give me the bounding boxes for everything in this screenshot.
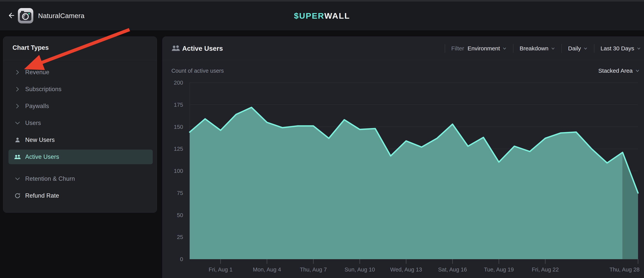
logo-suffix: WALL	[324, 11, 350, 20]
window-top-strip	[0, 0, 644, 1]
chevron-right-icon	[14, 103, 21, 110]
chart-subheader: Count of active users Stacked Area	[162, 60, 644, 81]
filter-dropdown-label: Daily	[568, 45, 581, 52]
filter-dropdown-label: Environment	[468, 45, 500, 52]
chevron-down-icon	[583, 46, 588, 51]
refresh-icon	[14, 192, 21, 199]
filter-bar: FilterEnvironmentBreakdownDailyLast 30 D…	[438, 37, 641, 60]
sidebar-item-retention-churn[interactable]: Retention & Churn	[8, 172, 153, 186]
superwall-logo: $UPERWALL	[294, 11, 350, 20]
sidebar-item-label: Users	[25, 120, 41, 126]
chevron-down-icon	[14, 120, 21, 126]
chart-type-selector[interactable]: Stacked Area	[597, 67, 641, 74]
chevron-down-icon	[502, 46, 507, 51]
people-icon	[172, 44, 180, 53]
arrow-left-icon	[7, 11, 16, 20]
filter-separator	[513, 44, 514, 53]
filter-prefix-label: Filter	[451, 45, 464, 52]
sidebar-item-label: Refund Rate	[25, 192, 59, 199]
back-button[interactable]	[6, 10, 16, 21]
chart-types-panel: Chart Types RevenueSubscriptionsPaywalls…	[3, 36, 157, 213]
sidebar-item-label: Retention & Churn	[25, 175, 75, 182]
filter-dropdown-label: Last 30 Days	[600, 45, 634, 52]
sidebar-divider	[3, 60, 157, 60]
sidebar-title: Chart Types	[12, 44, 49, 51]
app-name: NaturalCamera	[38, 12, 84, 20]
filter-separator	[445, 44, 445, 53]
sidebar-item-subscriptions[interactable]: Subscriptions	[8, 82, 153, 96]
filter-dropdown-breakdown[interactable]: Breakdown	[520, 45, 555, 52]
chart-title: Active Users	[182, 45, 223, 52]
filter-dropdown-last-30-days[interactable]: Last 30 Days	[600, 45, 641, 52]
sidebar-item-refund-rate[interactable]: Refund Rate	[8, 188, 153, 203]
chevron-down-icon	[635, 68, 640, 73]
chevron-down-icon	[551, 46, 555, 51]
chevron-right-icon	[14, 69, 21, 76]
chart-type-label: Stacked Area	[598, 67, 633, 74]
sidebar-item-active-users[interactable]: Active Users	[8, 150, 153, 164]
sidebar-item-label: Paywalls	[25, 103, 49, 110]
filter-dropdown-environment[interactable]: Environment	[468, 45, 507, 52]
person-icon	[14, 136, 21, 143]
sidebar-item-revenue[interactable]: Revenue	[8, 65, 153, 80]
chevron-down-icon	[636, 46, 641, 51]
sidebar-item-label: New Users	[25, 136, 55, 143]
sidebar-item-new-users[interactable]: New Users	[8, 133, 153, 147]
filter-separator	[562, 44, 562, 53]
chevron-right-icon	[14, 86, 21, 93]
chart-panel-header: Active Users FilterEnvironmentBreakdownD…	[162, 37, 644, 60]
filter-dropdown-daily[interactable]: Daily	[568, 45, 588, 52]
top-bar: NaturalCamera $UPERWALL	[0, 1, 644, 30]
sidebar-item-label: Subscriptions	[25, 86, 62, 93]
filter-separator	[594, 44, 594, 53]
chevron-down-icon	[14, 175, 21, 182]
logo-prefix: $UPER	[294, 11, 324, 20]
sidebar-item-paywalls[interactable]: Paywalls	[8, 99, 153, 113]
chart-subtitle: Count of active users	[172, 68, 224, 74]
sidebar-item-label: Revenue	[25, 69, 50, 76]
camera-app-icon	[18, 8, 34, 24]
app-icon	[18, 8, 34, 24]
chart-panel: Active Users FilterEnvironmentBreakdownD…	[162, 36, 644, 278]
sidebar-item-label: Active Users	[25, 153, 59, 160]
people-icon	[14, 153, 21, 160]
sidebar-item-users[interactable]: Users	[8, 116, 153, 130]
filter-dropdown-label: Breakdown	[520, 45, 548, 52]
